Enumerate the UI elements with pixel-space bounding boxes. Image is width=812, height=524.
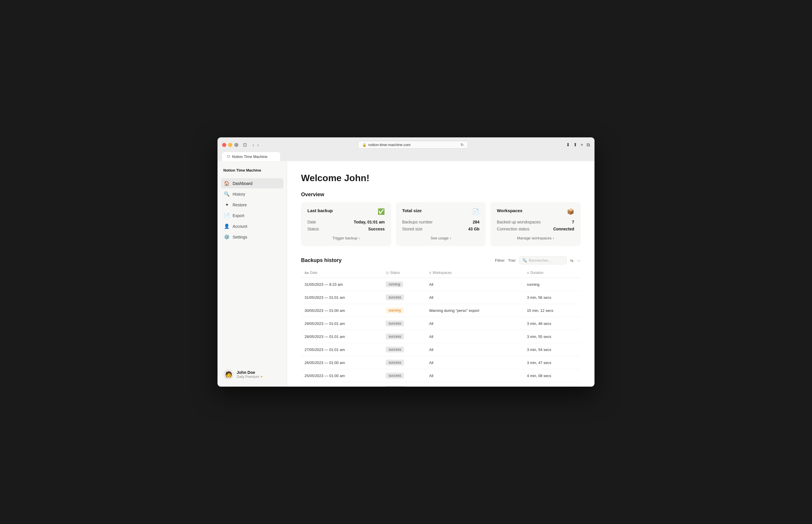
app-title: Notion Time Machine xyxy=(221,168,283,178)
status-value: Success xyxy=(368,227,385,231)
table-row[interactable]: 30/05/2023 — 01:00 amwarningWarning duri… xyxy=(301,304,580,317)
card-title: Workspaces xyxy=(497,208,522,213)
tabs-icon[interactable]: ⧉ xyxy=(587,142,590,148)
sidebar-toggle-button[interactable]: ⊡ xyxy=(242,141,248,149)
table-row[interactable]: 24/05/2023 — 01:01 amsuccessAll3 min, 56… xyxy=(301,382,580,387)
cell-status: success xyxy=(382,330,426,343)
col-status: ◷ Status xyxy=(382,268,426,278)
table-row[interactable]: 31/05/2023 — 8:23 amrunningAllrunning xyxy=(301,278,580,291)
cell-duration: 4 min, 08 secs xyxy=(523,369,580,382)
app-layout: Notion Time Machine 🏠 Dashboard 🔍 Histor… xyxy=(218,161,594,387)
aa-icon: Aa xyxy=(304,271,308,275)
cell-workspace: All xyxy=(426,291,523,304)
sidebar-item-account[interactable]: 👤 Account xyxy=(221,221,283,231)
connection-value: Connected xyxy=(553,227,574,231)
backups-title: Backups history xyxy=(301,257,341,263)
home-icon: 🏠 xyxy=(224,181,230,186)
cell-duration: 3 min, 56 secs xyxy=(523,382,580,387)
sidebar: Notion Time Machine 🏠 Dashboard 🔍 Histor… xyxy=(218,161,287,387)
search-input[interactable] xyxy=(529,258,563,263)
reload-icon[interactable]: ↻ xyxy=(461,143,464,147)
browser-controls-bar: ⊡ ‹ › 🔒 notion-time-machine.com ↻ ⬇ ⬆ + … xyxy=(222,141,590,149)
cell-status: success xyxy=(382,382,426,387)
tab-bar: 🛡 Notion Time Machine xyxy=(222,151,590,161)
backed-value: 7 xyxy=(572,220,574,224)
sidebar-item-label: Account xyxy=(233,224,248,229)
cell-date: 27/05/2023 — 01:01 am xyxy=(301,343,382,356)
export-icon: 📄 xyxy=(224,213,230,218)
avatar: 🧑 xyxy=(223,369,234,380)
filter-button[interactable]: Filtrer xyxy=(495,258,505,263)
address-bar[interactable]: 🔒 notion-time-machine.com ↻ xyxy=(358,141,468,149)
cell-workspace: Warning during "perso" export xyxy=(426,304,523,317)
table-row[interactable]: 25/05/2023 — 01:00 amsuccessAll4 min, 08… xyxy=(301,369,580,382)
see-usage-link[interactable]: See usage › xyxy=(402,236,480,240)
sidebar-toggle-icon: ⊡ xyxy=(243,142,247,148)
cell-workspace: All xyxy=(426,356,523,369)
tab-favicon: 🛡 xyxy=(227,155,230,159)
card-backed-row: Backed up worskspaces 7 xyxy=(497,220,574,224)
status-badge: success xyxy=(386,321,404,326)
search-icon: 🔍 xyxy=(224,191,230,197)
sidebar-item-restore[interactable]: ✦ Restore xyxy=(221,200,283,210)
cell-date: 30/05/2023 — 01:00 am xyxy=(301,304,382,317)
table-row[interactable]: 27/05/2023 — 01:01 amsuccessAll3 min, 54… xyxy=(301,343,580,356)
cell-status: success xyxy=(382,291,426,304)
forward-button[interactable]: › xyxy=(256,142,260,148)
traffic-lights xyxy=(222,143,238,147)
table-row[interactable]: 31/05/2023 — 01:01 amsuccessAll3 min, 56… xyxy=(301,291,580,304)
minimize-button[interactable] xyxy=(228,143,232,147)
cell-duration: 3 min, 56 secs xyxy=(523,291,580,304)
date-label: Date xyxy=(307,220,316,224)
sort-button[interactable]: Trier xyxy=(508,258,515,263)
close-button[interactable] xyxy=(222,143,226,147)
share-icon[interactable]: ⬆ xyxy=(573,142,577,148)
active-tab[interactable]: 🛡 Notion Time Machine xyxy=(222,152,280,161)
col-workspaces: ≡ Workspaces xyxy=(426,268,523,278)
sidebar-item-history[interactable]: 🔍 History xyxy=(221,189,283,199)
cell-date: 29/05/2023 — 01:01 am xyxy=(301,317,382,330)
sidebar-item-settings[interactable]: ⚙️ Settings xyxy=(221,232,283,242)
main-content: Welcome John! Overview Last backup ✅ Dat… xyxy=(287,161,594,387)
table-row[interactable]: 29/05/2023 — 01:01 amsuccessAll3 min, 48… xyxy=(301,317,580,330)
backups-value: 284 xyxy=(473,220,479,224)
cell-date: 31/05/2023 — 01:01 am xyxy=(301,291,382,304)
welcome-title: Welcome John! xyxy=(301,173,580,183)
back-button[interactable]: ‹ xyxy=(251,142,255,148)
table-row[interactable]: 28/05/2023 — 01:01 amsuccessAll3 min, 55… xyxy=(301,330,580,343)
last-backup-card: Last backup ✅ Date Today, 01:01 am Statu… xyxy=(301,202,391,246)
cell-duration: 3 min, 54 secs xyxy=(523,343,580,356)
cell-workspace: All xyxy=(426,382,523,387)
toggle-columns-button[interactable]: ⇆ xyxy=(570,258,574,263)
status-badge: success xyxy=(386,386,404,387)
lock-icon: 🔒 xyxy=(362,143,367,147)
card-stored-row: Stored size 43 Gb xyxy=(402,227,480,231)
search-icon: 🔍 xyxy=(522,258,527,263)
table-row[interactable]: 26/05/2023 — 01:00 amsuccessAll3 min, 47… xyxy=(301,356,580,369)
more-options-button[interactable]: ··· xyxy=(577,258,580,263)
cell-date: 28/05/2023 — 01:01 am xyxy=(301,330,382,343)
cell-workspace: All xyxy=(426,278,523,291)
cell-duration: 3 min, 48 secs xyxy=(523,317,580,330)
card-header: Workspaces 📦 xyxy=(497,208,574,215)
cell-workspace: All xyxy=(426,343,523,356)
download-icon[interactable]: ⬇ xyxy=(566,142,570,148)
cell-workspace: All xyxy=(426,369,523,382)
browser-window: ⊡ ‹ › 🔒 notion-time-machine.com ↻ ⬇ ⬆ + … xyxy=(218,137,594,387)
new-tab-icon[interactable]: + xyxy=(580,142,583,148)
trigger-backup-link[interactable]: Trigger backup › xyxy=(307,236,385,240)
sidebar-item-export[interactable]: 📄 Export xyxy=(221,210,283,220)
cell-date: 24/05/2023 — 01:01 am xyxy=(301,382,382,387)
list-icon: ≡ xyxy=(429,271,431,275)
sidebar-item-dashboard[interactable]: 🏠 Dashboard xyxy=(221,178,283,189)
address-bar-url: notion-time-machine.com xyxy=(368,143,411,147)
table-body: 31/05/2023 — 8:23 amrunningAllrunning31/… xyxy=(301,278,580,387)
manage-workspaces-link[interactable]: Manage workspaces › xyxy=(497,236,574,240)
maximize-button[interactable] xyxy=(234,143,238,147)
card-header: Total size 📄 xyxy=(402,208,480,215)
col-duration: ≡ Duration xyxy=(523,268,580,278)
date-value: Today, 01:01 am xyxy=(354,220,385,224)
status-badge: warning xyxy=(386,308,404,313)
stored-label: Stored size xyxy=(402,227,423,231)
backed-label: Backed up worskspaces xyxy=(497,220,541,224)
